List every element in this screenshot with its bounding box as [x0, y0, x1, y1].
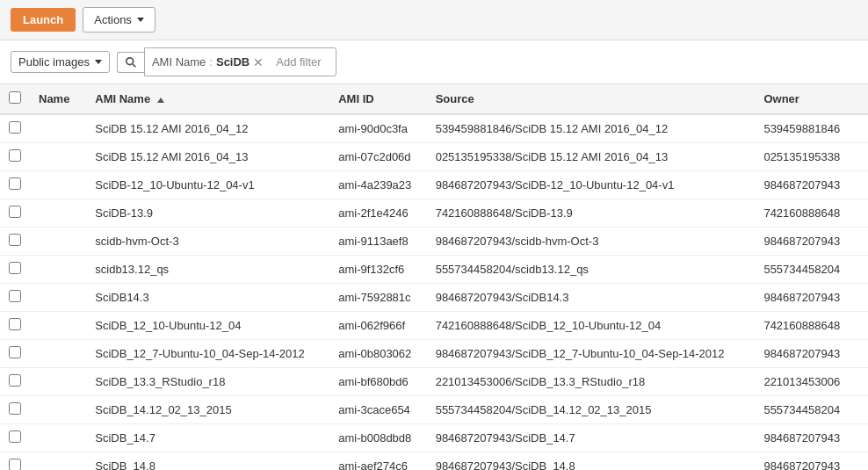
cell-owner: 025135195338 [755, 143, 868, 171]
cell-source: 984687207943/SciDB_14.7 [427, 424, 756, 452]
filter-tag: AMI Name : SciDB ✕ [152, 55, 264, 69]
chevron-down-icon [95, 60, 102, 64]
actions-button[interactable]: Actions [83, 7, 156, 33]
table-row: SciDB_12_10-Ubuntu-12_04ami-062f966f7421… [0, 312, 868, 340]
cell-name [30, 396, 86, 424]
search-icon [125, 56, 137, 69]
row-checkbox-cell [0, 143, 30, 171]
row-checkbox[interactable] [9, 374, 21, 387]
row-checkbox-cell [0, 340, 30, 368]
cell-ami-id: ami-bf680bd6 [329, 368, 426, 396]
ami-table: Name AMI Name AMI ID Source Owner SciDB … [0, 84, 868, 470]
cell-ami-id: ami-b008dbd8 [329, 424, 426, 452]
actions-label: Actions [94, 13, 132, 26]
header-checkbox-col [0, 84, 30, 114]
cell-source: 984687207943/SciDB14.3 [427, 284, 756, 312]
cell-ami-name: scidb-hvm-Oct-3 [86, 228, 329, 256]
cell-owner: 539459881846 [755, 114, 868, 143]
cell-ami-name: scidb13.12_qs [86, 256, 329, 284]
cell-owner: 984687207943 [755, 452, 868, 471]
cell-ami-name: SciDB-12_10-Ubuntu-12_04-v1 [86, 171, 329, 199]
cell-source: 742160888648/SciDB-13.9 [427, 199, 756, 228]
row-checkbox[interactable] [9, 402, 21, 415]
row-checkbox[interactable] [9, 290, 21, 302]
cell-owner: 221013453006 [755, 368, 868, 396]
cell-source: 025135195338/SciDB 15.12 AMI 2016_04_13 [427, 143, 756, 171]
filter-tag-container: AMI Name : SciDB ✕ Add filter [144, 47, 336, 76]
cell-owner: 742160888648 [755, 199, 868, 228]
cell-owner: 984687207943 [755, 284, 868, 312]
filter-key: AMI Name [152, 55, 206, 69]
svg-line-1 [133, 63, 136, 67]
table-row: SciDB_14.8ami-aef274c6984687207943/SciDB… [0, 452, 868, 471]
svg-point-0 [127, 57, 134, 64]
row-checkbox[interactable] [9, 346, 21, 358]
cell-name [30, 199, 86, 228]
table-row: SciDB-13.9ami-2f1e4246742160888648/SciDB… [0, 199, 868, 228]
cell-ami-id: ami-2f1e4246 [329, 199, 426, 228]
cell-name [30, 452, 86, 471]
table-row: SciDB_14.12_02_13_2015ami-3cace654555734… [0, 396, 868, 424]
filter-remove-button[interactable]: ✕ [253, 56, 264, 69]
chevron-down-icon [137, 18, 144, 22]
table-row: SciDB-12_10-Ubuntu-12_04-v1ami-4a239a239… [0, 171, 868, 199]
row-checkbox[interactable] [9, 234, 21, 246]
cell-source: 984687207943/scidb-hvm-Oct-3 [427, 228, 756, 256]
cell-source: 984687207943/SciDB_14.8 [427, 452, 756, 471]
row-checkbox[interactable] [9, 121, 21, 134]
table-row: SciDB14.3ami-7592881c984687207943/SciDB1… [0, 284, 868, 312]
row-checkbox-cell [0, 171, 30, 199]
cell-name [30, 256, 86, 284]
cell-ami-id: ami-3cace654 [329, 396, 426, 424]
cell-source: 555734458204/SciDB_14.12_02_13_2015 [427, 396, 756, 424]
add-filter-button[interactable]: Add filter [269, 52, 328, 72]
header-name: Name [30, 84, 86, 114]
select-all-checkbox[interactable] [9, 91, 21, 104]
row-checkbox[interactable] [9, 149, 21, 162]
row-checkbox[interactable] [9, 459, 21, 470]
cell-source: 984687207943/SciDB-12_10-Ubuntu-12_04-v1 [427, 171, 756, 199]
row-checkbox-cell [0, 199, 30, 228]
table-row: scidb13.12_qsami-9f132cf6555734458204/sc… [0, 256, 868, 284]
row-checkbox-cell [0, 284, 30, 312]
row-checkbox[interactable] [9, 262, 21, 274]
filter-sep: : [209, 55, 213, 69]
header-ami-name[interactable]: AMI Name [86, 84, 329, 114]
cell-name [30, 228, 86, 256]
row-checkbox-cell [0, 396, 30, 424]
filter-bar: Public images AMI Name : SciDB ✕ Add fil… [0, 40, 868, 84]
cell-ami-name: SciDB_13.3_RStudio_r18 [86, 368, 329, 396]
header-source: Source [427, 84, 756, 114]
table-body: SciDB 15.12 AMI 2016_04_12ami-90d0c3fa53… [0, 114, 868, 470]
cell-ami-id: ami-90d0c3fa [329, 114, 426, 143]
cell-ami-name: SciDB_12_10-Ubuntu-12_04 [86, 312, 329, 340]
table-row: SciDB 15.12 AMI 2016_04_12ami-90d0c3fa53… [0, 114, 868, 143]
cell-ami-name: SciDB_12_7-Ubuntu-10_04-Sep-14-2012 [86, 340, 329, 368]
launch-button[interactable]: Launch [11, 8, 76, 32]
row-checkbox[interactable] [9, 177, 21, 190]
cell-ami-name: SciDB 15.12 AMI 2016_04_13 [86, 143, 329, 171]
filter-value: SciDB [216, 55, 250, 69]
filter-dropdown-label: Public images [18, 55, 90, 69]
cell-source: 984687207943/SciDB_12_7-Ubuntu-10_04-Sep… [427, 340, 756, 368]
row-checkbox[interactable] [9, 430, 21, 443]
row-checkbox[interactable] [9, 206, 21, 218]
cell-name [30, 171, 86, 199]
cell-ami-id: ami-9113aef8 [329, 228, 426, 256]
table-row: SciDB_12_7-Ubuntu-10_04-Sep-14-2012ami-0… [0, 340, 868, 368]
cell-name [30, 312, 86, 340]
table-row: SciDB 15.12 AMI 2016_04_13ami-07c2d06d02… [0, 143, 868, 171]
cell-ami-id: ami-9f132cf6 [329, 256, 426, 284]
table-header-row: Name AMI Name AMI ID Source Owner [0, 84, 868, 114]
cell-ami-id: ami-4a239a23 [329, 171, 426, 199]
table-row: SciDB_14.7ami-b008dbd8984687207943/SciDB… [0, 424, 868, 452]
cell-owner: 984687207943 [755, 424, 868, 452]
cell-name [30, 114, 86, 143]
public-images-dropdown[interactable]: Public images [11, 51, 110, 73]
table-row: scidb-hvm-Oct-3ami-9113aef8984687207943/… [0, 228, 868, 256]
cell-ami-id: ami-0b803062 [329, 340, 426, 368]
cell-name [30, 424, 86, 452]
cell-source: 555734458204/scidb13.12_qs [427, 256, 756, 284]
table-wrap: Name AMI Name AMI ID Source Owner SciDB … [0, 84, 868, 470]
row-checkbox[interactable] [9, 318, 21, 330]
